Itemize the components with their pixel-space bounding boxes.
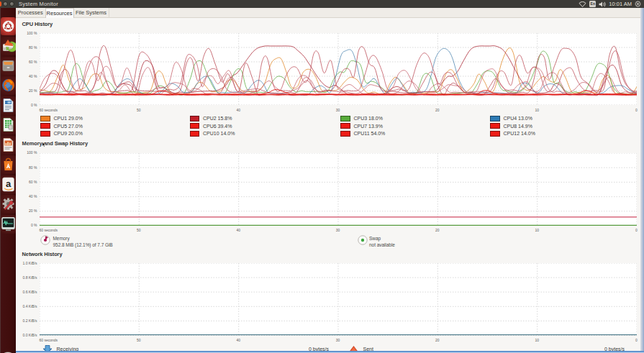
svg-text:a: a — [5, 178, 11, 188]
